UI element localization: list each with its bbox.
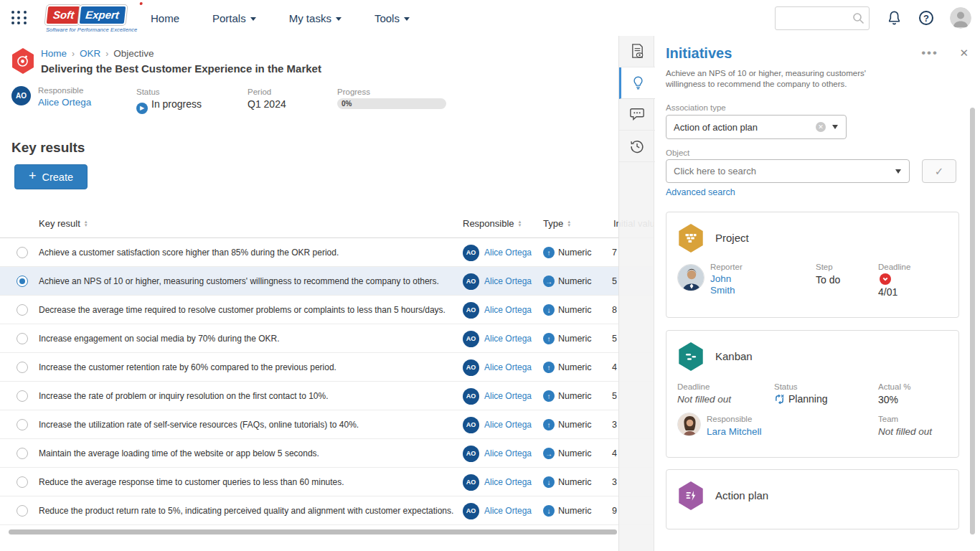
search-input[interactable] (781, 13, 852, 24)
key-result-text: Increase the rate of problem or inquiry … (39, 382, 459, 410)
tab-comments[interactable] (619, 99, 655, 131)
objective-title: Delivering the Best Customer Experience … (41, 62, 321, 75)
column-header-responsible[interactable]: Responsible▲▼ (463, 218, 522, 229)
row-radio[interactable] (17, 476, 28, 488)
column-header-key-result[interactable]: Key result▲▼ (39, 218, 88, 229)
kanban-deadline-label: Deadline (677, 382, 710, 391)
table-row[interactable]: Achieve a customer satisfaction score hi… (0, 238, 654, 267)
responsible-avatar: AO (463, 474, 479, 491)
responsible-link[interactable]: Alice Ortega (484, 477, 532, 487)
row-radio[interactable] (17, 304, 28, 316)
action-plan-card[interactable]: Action plan (666, 469, 959, 529)
row-radio[interactable] (17, 276, 28, 287)
close-icon[interactable]: ✕ (959, 47, 969, 60)
help-icon[interactable]: ? (919, 11, 933, 25)
table-row[interactable]: Increase the rate of problem or inquiry … (0, 382, 654, 410)
notifications-bell-icon[interactable] (886, 9, 903, 27)
responsible-link[interactable]: Alice Ortega (484, 248, 532, 258)
responsible-link[interactable]: Alice Ortega (484, 420, 532, 430)
plus-icon: + (29, 169, 37, 184)
okr-objective-icon (11, 48, 35, 74)
key-result-text: Reduce the product return rate to 5%, in… (39, 496, 459, 525)
responsible-link[interactable]: Alice Ortega (484, 362, 532, 372)
nav-tools[interactable]: Tools (374, 12, 410, 24)
row-radio[interactable] (17, 419, 28, 430)
association-type-select[interactable]: Action of action plan ✕ (666, 115, 847, 139)
create-button[interactable]: + Create (14, 164, 88, 189)
responsible-avatar: AO (463, 302, 479, 319)
global-search[interactable] (775, 6, 870, 30)
logo-expert: Expert (78, 5, 128, 25)
numeric-direction-icon: ↑ (543, 419, 555, 430)
breadcrumb-home[interactable]: Home (41, 48, 67, 59)
initial-value: 4 (612, 353, 617, 382)
sort-icon: ▲▼ (84, 220, 88, 227)
responsible-avatar: AO (463, 388, 479, 405)
row-radio[interactable] (17, 448, 28, 459)
breadcrumb-separator: › (105, 49, 108, 59)
table-row[interactable]: Increase engagement on social media by 7… (0, 324, 654, 353)
horizontal-scrollbar[interactable] (9, 529, 617, 534)
kanban-responsible-link[interactable]: Lara Mitchell (707, 426, 762, 437)
table-row[interactable]: Decrease the average time required to re… (0, 296, 654, 324)
table-row[interactable]: Maintain the average loading time of the… (0, 439, 654, 468)
column-header-type[interactable]: Type▲▼ (543, 218, 571, 229)
deadline-value: 4/01 (878, 286, 897, 298)
reporter-photo (677, 264, 705, 291)
in-progress-icon: ▶ (136, 103, 148, 114)
responsible-link[interactable]: Alice Ortega (484, 506, 532, 516)
chevron-down-icon (250, 17, 256, 21)
responsible-avatar: AO (463, 273, 479, 290)
responsible-link[interactable]: Alice Ortega (38, 97, 91, 108)
row-radio[interactable] (17, 333, 28, 344)
sort-icon: ▲▼ (567, 220, 571, 227)
kanban-card[interactable]: Kanban Deadline Not filled out Status Pl… (666, 330, 959, 458)
initial-value: 5 (612, 324, 617, 353)
type-label: Numeric (558, 362, 592, 372)
progress-label: Progress (337, 88, 446, 96)
responsible-link[interactable]: Alice Ortega (484, 391, 532, 401)
step-label: Step (816, 263, 833, 271)
table-row[interactable]: Achieve an NPS of 10 or higher, measurin… (0, 267, 654, 296)
nav-home[interactable]: Home (151, 12, 179, 24)
clear-icon[interactable]: ✕ (816, 122, 826, 132)
responsible-link[interactable]: Alice Ortega (484, 305, 532, 315)
kanban-actual-label: Actual % (878, 382, 910, 391)
row-radio[interactable] (17, 362, 28, 373)
row-radio[interactable] (17, 247, 28, 258)
responsible-link[interactable]: Alice Ortega (484, 276, 532, 286)
object-search-combo[interactable] (666, 159, 910, 183)
responsible-link[interactable]: Alice Ortega (484, 448, 532, 458)
tab-history[interactable] (619, 131, 655, 162)
numeric-direction-icon: → (543, 276, 555, 287)
tab-details[interactable] (619, 36, 655, 67)
status-value: In progress (151, 98, 202, 110)
advanced-search-link[interactable]: Advanced search (666, 187, 735, 197)
tab-initiatives[interactable] (619, 67, 655, 99)
breadcrumb-okr[interactable]: OKR (80, 48, 100, 59)
vertical-scrollbar[interactable] (970, 108, 975, 534)
table-row[interactable]: Reduce the average response time to cust… (0, 468, 654, 496)
more-options-icon[interactable]: ••• (921, 46, 938, 60)
row-radio[interactable] (17, 390, 28, 402)
responsible-link[interactable]: Alice Ortega (484, 334, 532, 344)
reporter-label: Reporter (710, 263, 743, 271)
initial-value: 3 (612, 410, 617, 439)
kanban-team-label: Team (878, 415, 898, 423)
table-row[interactable]: Reduce the product return rate to 5%, in… (0, 496, 654, 525)
app-grid-icon[interactable] (11, 11, 27, 25)
confirm-association-button[interactable]: ✓ (922, 159, 956, 183)
table-row[interactable]: Increase the customer retention rate by … (0, 353, 654, 382)
progress-value: 0% (341, 100, 352, 108)
nav-portals[interactable]: Portals (212, 12, 256, 24)
project-card[interactable]: Project Reporter John Smith Step To do D… (666, 212, 959, 318)
object-search-input[interactable] (666, 166, 895, 176)
row-radio[interactable] (17, 505, 28, 517)
key-result-text: Increase the utilization rate of self-se… (39, 410, 459, 439)
panel-title: Initiatives (666, 45, 732, 62)
user-avatar[interactable] (950, 7, 971, 29)
reporter-link[interactable]: John Smith (710, 273, 735, 296)
nav-my-tasks[interactable]: My tasks (289, 12, 341, 24)
association-type-label: Association type (666, 103, 726, 112)
table-row[interactable]: Increase the utilization rate of self-se… (0, 410, 654, 439)
